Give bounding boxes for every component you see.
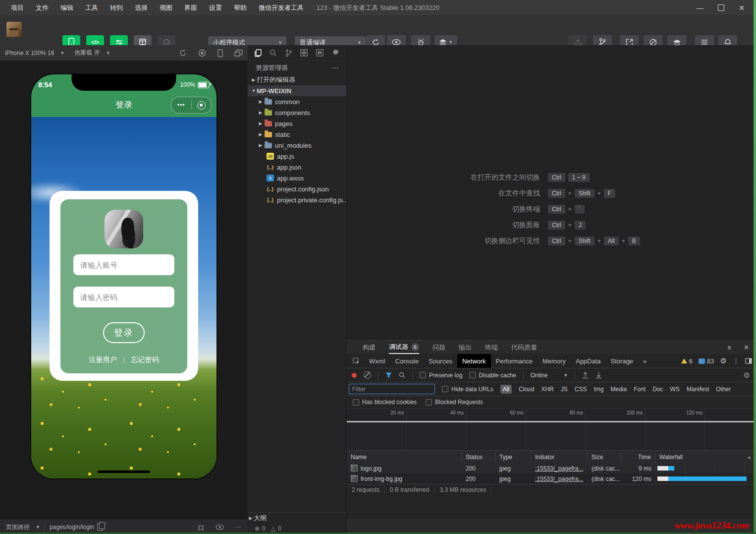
git-icon[interactable] xyxy=(285,49,292,57)
column-header-initiator[interactable]: Initiator xyxy=(531,451,588,463)
record-icon[interactable] xyxy=(198,49,206,57)
menu-item[interactable]: 界面 xyxy=(179,1,202,14)
search-icon[interactable] xyxy=(399,372,405,378)
timeline-overview-band[interactable] xyxy=(347,422,756,451)
devtools-tab-memory[interactable]: Memory xyxy=(538,354,571,368)
menu-item[interactable]: 帮助 xyxy=(229,1,252,14)
devtools-tab-»[interactable]: » xyxy=(638,354,651,368)
tree-item[interactable]: ▶components xyxy=(248,107,346,118)
gear-icon[interactable]: ⚙ xyxy=(720,356,727,365)
type-filter-css[interactable]: CSS xyxy=(575,386,587,393)
type-filter-media[interactable]: Media xyxy=(610,386,627,393)
type-filter-cloud[interactable]: Cloud xyxy=(519,386,534,393)
import-har-icon[interactable] xyxy=(582,372,589,379)
register-link[interactable]: 注册用户 xyxy=(89,356,117,364)
page-path-select[interactable]: 页面路径▼ xyxy=(0,523,44,532)
type-filter-js[interactable]: JS xyxy=(561,386,568,393)
account-input[interactable] xyxy=(73,254,174,275)
menu-item[interactable]: 视图 xyxy=(155,1,177,14)
extensions-icon[interactable] xyxy=(300,49,308,57)
menu-item[interactable]: 编辑 xyxy=(55,1,78,14)
menu-item[interactable]: 微信开发者工具 xyxy=(254,1,309,14)
column-header-name[interactable]: Name xyxy=(347,451,462,463)
devtools-tab-network[interactable]: Network xyxy=(457,354,491,368)
device-select[interactable]: iPhone X 100% 16▼ xyxy=(0,50,69,57)
device-icon[interactable] xyxy=(217,49,223,57)
minimize-button[interactable]: — xyxy=(690,0,710,15)
network-settings-gear-icon[interactable]: ⚙ xyxy=(744,371,750,380)
devtools-tab-sources[interactable]: Sources xyxy=(424,354,457,368)
type-filter-font[interactable]: Font xyxy=(634,386,646,393)
tree-item[interactable]: JSapp.js xyxy=(248,151,346,162)
column-header-status[interactable]: Status xyxy=(462,451,495,463)
npm-icon[interactable] xyxy=(316,49,324,57)
menu-item[interactable]: 转到 xyxy=(105,1,128,14)
column-header-waterfall[interactable]: Waterfall▲ xyxy=(655,451,756,463)
menu-item[interactable]: 工具 xyxy=(80,1,103,14)
tree-item[interactable]: {..}project.private.config.js... xyxy=(248,194,346,205)
disable-cache-checkbox[interactable]: Disable cache xyxy=(469,372,516,379)
filter-funnel-icon[interactable] xyxy=(385,372,392,378)
more-icon[interactable]: ⋯ xyxy=(332,64,339,71)
login-button[interactable]: 登录 xyxy=(103,322,145,343)
has-blocked-cookies-checkbox[interactable]: Has blocked cookies xyxy=(353,399,417,406)
wechat-capsule[interactable]: ••• xyxy=(171,97,212,114)
tree-project-root[interactable]: ▼MP-WEIXIN xyxy=(248,85,346,96)
tree-item[interactable]: {..}app.json xyxy=(248,162,346,173)
blocked-requests-checkbox[interactable]: Blocked Requests xyxy=(426,399,483,406)
tree-section-open-editors[interactable]: ▶打开的编辑器 xyxy=(248,74,346,85)
exit-icon[interactable] xyxy=(192,101,212,110)
record-icon[interactable] xyxy=(352,373,357,378)
menu-item[interactable]: 选择 xyxy=(130,1,153,14)
throttle-select[interactable]: Online▼ xyxy=(531,372,568,379)
devtools-tab-appdata[interactable]: AppData xyxy=(571,354,606,368)
kebab-menu-icon[interactable]: ⋮ xyxy=(733,357,739,365)
panel-tab-终端[interactable]: 终端 xyxy=(485,341,498,354)
request-row[interactable]: logo.jpg200jpeg:15533/_pagefra...(disk c… xyxy=(347,463,756,474)
devtools-tab-wxml[interactable]: Wxml xyxy=(364,354,390,368)
close-panel-icon[interactable]: ✕ xyxy=(744,344,749,351)
hide-data-urls-checkbox[interactable]: Hide data URLs xyxy=(442,386,493,393)
export-har-icon[interactable] xyxy=(595,372,602,379)
eye-icon[interactable] xyxy=(216,524,224,530)
menu-item[interactable]: 项目 xyxy=(6,1,29,14)
hot-reload-toggle[interactable]: 热重载 开▼ xyxy=(69,49,115,57)
search-icon[interactable] xyxy=(270,49,277,57)
type-filter-manifest[interactable]: Manifest xyxy=(687,386,709,393)
tree-item[interactable]: ▶common xyxy=(248,96,346,107)
devtools-tab-storage[interactable]: Storage xyxy=(606,354,639,368)
bug-icon[interactable] xyxy=(197,524,205,531)
type-filter-ws[interactable]: WS xyxy=(670,386,680,393)
password-input[interactable] xyxy=(73,287,174,307)
tree-item[interactable]: 3app.wxss xyxy=(248,173,346,183)
type-filter-other[interactable]: Other xyxy=(716,386,731,393)
dock-side-icon[interactable] xyxy=(745,358,752,364)
column-header-type[interactable]: Type xyxy=(495,451,531,463)
type-filter-all[interactable]: All xyxy=(500,385,512,394)
panel-tab-输出[interactable]: 输出 xyxy=(459,341,472,354)
devtools-tab-performance[interactable]: Performance xyxy=(491,354,538,368)
panel-tab-调试器[interactable]: 调试器6 xyxy=(389,341,419,354)
more-icon[interactable]: ••• xyxy=(171,103,191,108)
type-filter-doc[interactable]: Doc xyxy=(652,386,663,393)
maximize-button[interactable] xyxy=(710,0,731,15)
request-row[interactable]: front-img-bg.jpg200jpeg:15533/_pagefra..… xyxy=(347,474,756,484)
multiwindow-icon[interactable] xyxy=(234,50,243,57)
column-header-size[interactable]: Size xyxy=(588,451,621,463)
collapse-icon[interactable]: ∧ xyxy=(727,344,732,351)
tree-item[interactable]: ▶uni_modules xyxy=(248,140,346,151)
forgot-password-link[interactable]: 忘记密码 xyxy=(131,356,159,364)
copy-icon[interactable] xyxy=(97,524,103,531)
files-icon[interactable] xyxy=(254,49,262,57)
initiator-link[interactable]: :15533/_pagefra... xyxy=(535,465,583,472)
menu-item[interactable]: 设置 xyxy=(204,1,227,14)
initiator-link[interactable]: :15533/_pagefra... xyxy=(535,475,583,482)
more-icon[interactable]: ⋯ xyxy=(235,524,242,531)
type-filter-img[interactable]: Img xyxy=(594,386,603,393)
user-avatar[interactable] xyxy=(6,22,22,37)
sort-icon[interactable]: ▲ xyxy=(747,455,752,460)
clear-icon[interactable] xyxy=(364,371,371,379)
menu-item[interactable]: 文件 xyxy=(31,1,54,14)
outline-section[interactable]: ▶ 大纲 xyxy=(248,512,346,523)
column-header-time[interactable]: Time xyxy=(621,451,655,463)
